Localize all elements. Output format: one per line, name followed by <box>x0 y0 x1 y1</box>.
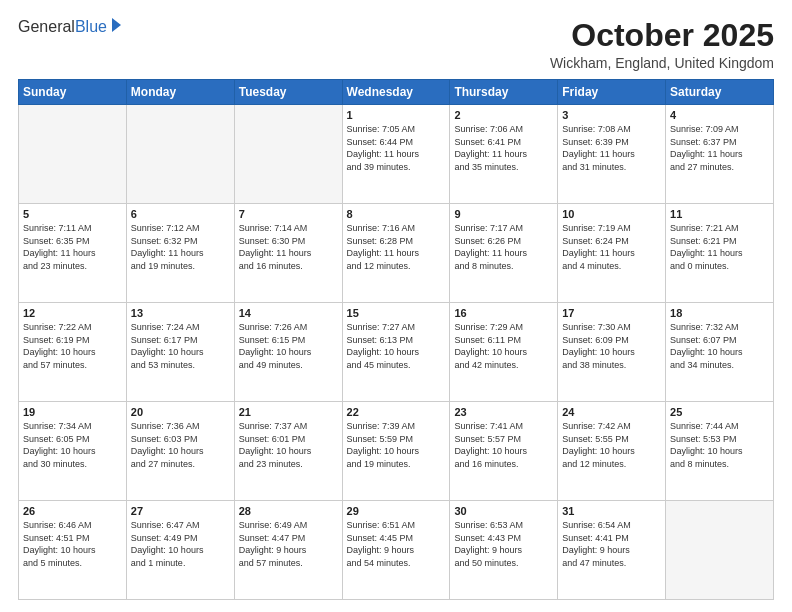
day-info: Sunrise: 7:41 AM Sunset: 5:57 PM Dayligh… <box>454 420 553 470</box>
calendar-cell: 7Sunrise: 7:14 AM Sunset: 6:30 PM Daylig… <box>234 204 342 303</box>
day-number: 19 <box>23 406 122 418</box>
day-header-friday: Friday <box>558 80 666 105</box>
calendar-cell: 26Sunrise: 6:46 AM Sunset: 4:51 PM Dayli… <box>19 501 127 600</box>
calendar-cell: 6Sunrise: 7:12 AM Sunset: 6:32 PM Daylig… <box>126 204 234 303</box>
calendar-cell: 21Sunrise: 7:37 AM Sunset: 6:01 PM Dayli… <box>234 402 342 501</box>
header: GeneralBlue October 2025 Wickham, Englan… <box>18 18 774 71</box>
calendar-cell: 29Sunrise: 6:51 AM Sunset: 4:45 PM Dayli… <box>342 501 450 600</box>
calendar-cell: 4Sunrise: 7:09 AM Sunset: 6:37 PM Daylig… <box>666 105 774 204</box>
day-number: 7 <box>239 208 338 220</box>
day-number: 18 <box>670 307 769 319</box>
day-info: Sunrise: 6:49 AM Sunset: 4:47 PM Dayligh… <box>239 519 338 569</box>
calendar-cell: 15Sunrise: 7:27 AM Sunset: 6:13 PM Dayli… <box>342 303 450 402</box>
calendar-cell <box>126 105 234 204</box>
calendar-cell: 14Sunrise: 7:26 AM Sunset: 6:15 PM Dayli… <box>234 303 342 402</box>
logo-general-text: General <box>18 18 75 35</box>
day-number: 11 <box>670 208 769 220</box>
calendar-cell <box>234 105 342 204</box>
calendar-cell: 24Sunrise: 7:42 AM Sunset: 5:55 PM Dayli… <box>558 402 666 501</box>
day-info: Sunrise: 7:22 AM Sunset: 6:19 PM Dayligh… <box>23 321 122 371</box>
day-header-sunday: Sunday <box>19 80 127 105</box>
day-number: 31 <box>562 505 661 517</box>
day-header-tuesday: Tuesday <box>234 80 342 105</box>
day-number: 5 <box>23 208 122 220</box>
calendar-cell: 18Sunrise: 7:32 AM Sunset: 6:07 PM Dayli… <box>666 303 774 402</box>
location: Wickham, England, United Kingdom <box>550 55 774 71</box>
day-number: 17 <box>562 307 661 319</box>
calendar-cell: 22Sunrise: 7:39 AM Sunset: 5:59 PM Dayli… <box>342 402 450 501</box>
calendar-cell: 28Sunrise: 6:49 AM Sunset: 4:47 PM Dayli… <box>234 501 342 600</box>
day-number: 12 <box>23 307 122 319</box>
day-info: Sunrise: 7:12 AM Sunset: 6:32 PM Dayligh… <box>131 222 230 272</box>
day-number: 27 <box>131 505 230 517</box>
day-number: 4 <box>670 109 769 121</box>
day-number: 14 <box>239 307 338 319</box>
calendar-cell: 9Sunrise: 7:17 AM Sunset: 6:26 PM Daylig… <box>450 204 558 303</box>
month-title: October 2025 <box>550 18 774 53</box>
day-number: 16 <box>454 307 553 319</box>
day-info: Sunrise: 6:51 AM Sunset: 4:45 PM Dayligh… <box>347 519 446 569</box>
day-number: 6 <box>131 208 230 220</box>
day-number: 9 <box>454 208 553 220</box>
calendar-cell: 5Sunrise: 7:11 AM Sunset: 6:35 PM Daylig… <box>19 204 127 303</box>
day-info: Sunrise: 7:29 AM Sunset: 6:11 PM Dayligh… <box>454 321 553 371</box>
calendar-cell: 2Sunrise: 7:06 AM Sunset: 6:41 PM Daylig… <box>450 105 558 204</box>
calendar-cell: 3Sunrise: 7:08 AM Sunset: 6:39 PM Daylig… <box>558 105 666 204</box>
calendar-cell: 16Sunrise: 7:29 AM Sunset: 6:11 PM Dayli… <box>450 303 558 402</box>
day-info: Sunrise: 7:32 AM Sunset: 6:07 PM Dayligh… <box>670 321 769 371</box>
day-number: 23 <box>454 406 553 418</box>
calendar-cell: 8Sunrise: 7:16 AM Sunset: 6:28 PM Daylig… <box>342 204 450 303</box>
day-info: Sunrise: 7:26 AM Sunset: 6:15 PM Dayligh… <box>239 321 338 371</box>
day-info: Sunrise: 7:08 AM Sunset: 6:39 PM Dayligh… <box>562 123 661 173</box>
day-info: Sunrise: 7:11 AM Sunset: 6:35 PM Dayligh… <box>23 222 122 272</box>
day-number: 28 <box>239 505 338 517</box>
calendar-table: SundayMondayTuesdayWednesdayThursdayFrid… <box>18 79 774 600</box>
day-info: Sunrise: 7:17 AM Sunset: 6:26 PM Dayligh… <box>454 222 553 272</box>
day-number: 8 <box>347 208 446 220</box>
day-header-wednesday: Wednesday <box>342 80 450 105</box>
day-number: 29 <box>347 505 446 517</box>
day-info: Sunrise: 7:21 AM Sunset: 6:21 PM Dayligh… <box>670 222 769 272</box>
day-info: Sunrise: 7:27 AM Sunset: 6:13 PM Dayligh… <box>347 321 446 371</box>
day-number: 1 <box>347 109 446 121</box>
logo-triangle-icon <box>112 18 121 32</box>
calendar-cell: 27Sunrise: 6:47 AM Sunset: 4:49 PM Dayli… <box>126 501 234 600</box>
calendar-week-4: 19Sunrise: 7:34 AM Sunset: 6:05 PM Dayli… <box>19 402 774 501</box>
page: GeneralBlue October 2025 Wickham, Englan… <box>0 0 792 612</box>
calendar-week-5: 26Sunrise: 6:46 AM Sunset: 4:51 PM Dayli… <box>19 501 774 600</box>
calendar-cell: 12Sunrise: 7:22 AM Sunset: 6:19 PM Dayli… <box>19 303 127 402</box>
calendar-cell: 13Sunrise: 7:24 AM Sunset: 6:17 PM Dayli… <box>126 303 234 402</box>
calendar-cell <box>19 105 127 204</box>
calendar-cell: 11Sunrise: 7:21 AM Sunset: 6:21 PM Dayli… <box>666 204 774 303</box>
day-number: 2 <box>454 109 553 121</box>
day-info: Sunrise: 7:36 AM Sunset: 6:03 PM Dayligh… <box>131 420 230 470</box>
day-number: 10 <box>562 208 661 220</box>
day-info: Sunrise: 7:16 AM Sunset: 6:28 PM Dayligh… <box>347 222 446 272</box>
day-info: Sunrise: 7:09 AM Sunset: 6:37 PM Dayligh… <box>670 123 769 173</box>
calendar-header-row: SundayMondayTuesdayWednesdayThursdayFrid… <box>19 80 774 105</box>
day-number: 22 <box>347 406 446 418</box>
day-info: Sunrise: 7:06 AM Sunset: 6:41 PM Dayligh… <box>454 123 553 173</box>
day-info: Sunrise: 7:37 AM Sunset: 6:01 PM Dayligh… <box>239 420 338 470</box>
day-info: Sunrise: 6:53 AM Sunset: 4:43 PM Dayligh… <box>454 519 553 569</box>
day-info: Sunrise: 7:05 AM Sunset: 6:44 PM Dayligh… <box>347 123 446 173</box>
day-number: 25 <box>670 406 769 418</box>
day-info: Sunrise: 6:46 AM Sunset: 4:51 PM Dayligh… <box>23 519 122 569</box>
day-info: Sunrise: 7:30 AM Sunset: 6:09 PM Dayligh… <box>562 321 661 371</box>
day-header-monday: Monday <box>126 80 234 105</box>
day-info: Sunrise: 6:54 AM Sunset: 4:41 PM Dayligh… <box>562 519 661 569</box>
day-number: 15 <box>347 307 446 319</box>
calendar-cell: 25Sunrise: 7:44 AM Sunset: 5:53 PM Dayli… <box>666 402 774 501</box>
day-info: Sunrise: 7:42 AM Sunset: 5:55 PM Dayligh… <box>562 420 661 470</box>
day-number: 30 <box>454 505 553 517</box>
calendar-cell: 30Sunrise: 6:53 AM Sunset: 4:43 PM Dayli… <box>450 501 558 600</box>
day-info: Sunrise: 7:19 AM Sunset: 6:24 PM Dayligh… <box>562 222 661 272</box>
calendar-week-1: 1Sunrise: 7:05 AM Sunset: 6:44 PM Daylig… <box>19 105 774 204</box>
calendar-cell: 20Sunrise: 7:36 AM Sunset: 6:03 PM Dayli… <box>126 402 234 501</box>
calendar-week-3: 12Sunrise: 7:22 AM Sunset: 6:19 PM Dayli… <box>19 303 774 402</box>
calendar-cell: 19Sunrise: 7:34 AM Sunset: 6:05 PM Dayli… <box>19 402 127 501</box>
day-info: Sunrise: 7:39 AM Sunset: 5:59 PM Dayligh… <box>347 420 446 470</box>
logo-blue-text: Blue <box>75 18 107 35</box>
calendar-cell: 17Sunrise: 7:30 AM Sunset: 6:09 PM Dayli… <box>558 303 666 402</box>
day-number: 24 <box>562 406 661 418</box>
